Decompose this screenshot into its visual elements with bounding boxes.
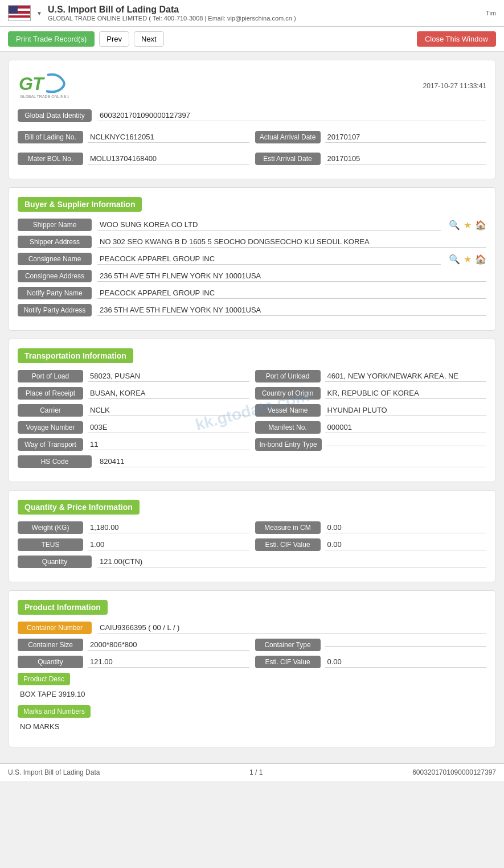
shipper-star-icon[interactable]: ★ <box>464 220 472 231</box>
product-desc-label: Product Desc <box>18 673 70 685</box>
global-data-id-label: Global Data Identity <box>18 109 92 122</box>
consignee-address-label: Consignee Address <box>18 270 92 282</box>
bol-item: Bill of Lading No. NCLKNYC1612051 <box>18 131 249 143</box>
gtc-logo-svg: G T GLOBAL TRADE ONLINE LIMITED <box>18 69 69 101</box>
port-load-value: 58023, PUSAN <box>88 371 249 382</box>
logo-box: G T GLOBAL TRADE ONLINE LIMITED <box>18 69 69 102</box>
receipt-item: Place of Receipt BUSAN, KOREA <box>18 387 249 400</box>
actual-arrival-label: Actual Arrival Date <box>255 131 321 143</box>
close-button[interactable]: Close This Window <box>417 31 496 47</box>
carrier-vessel-row: Carrier NCLK Vessel Name HYUNDAI PLUTO <box>18 404 486 417</box>
vessel-name-value: HYUNDAI PLUTO <box>325 405 487 416</box>
toolbar: Print Trade Record(s) Prev Next Close Th… <box>0 27 504 52</box>
product-qty-label: Quantity <box>18 656 83 668</box>
global-data-id-row: Global Data Identity 6003201701090000127… <box>18 109 486 122</box>
buyer-supplier-card: Buyer & Supplier Information Shipper Nam… <box>8 187 496 331</box>
carrier-value: NCLK <box>88 405 249 416</box>
hs-code-value: 820411 <box>97 456 486 467</box>
port-unload-item: Port of Unload 4601, NEW YORK/NEWARK ARE… <box>255 370 487 382</box>
actual-arrival-item: Actual Arrival Date 20170107 <box>255 131 487 143</box>
receipt-origin-row: Place of Receipt BUSAN, KOREA Country of… <box>18 387 486 400</box>
port-load-label: Port of Load <box>18 370 83 382</box>
inbond-value <box>326 443 486 446</box>
footer-left: U.S. Import Bill of Lading Data <box>8 768 100 776</box>
consignee-name-value: PEACOCK APPAREL GROUP INC <box>97 253 441 265</box>
consignee-search-icon[interactable]: 🔍 <box>449 254 460 265</box>
country-origin-label: Country of Origin <box>255 387 321 400</box>
shipper-search-icon[interactable]: 🔍 <box>449 220 460 231</box>
svg-text:GLOBAL TRADE ONLINE LIMITED: GLOBAL TRADE ONLINE LIMITED <box>20 94 69 98</box>
teus-value: 1.00 <box>88 539 249 550</box>
logo: G T GLOBAL TRADE ONLINE LIMITED <box>18 69 69 102</box>
marks-value: NO MARKS <box>18 721 486 732</box>
shipper-home-icon[interactable]: 🏠 <box>475 220 486 231</box>
bol-value: NCLKNYC1612051 <box>88 131 249 143</box>
manifest-value: 000001 <box>325 422 487 433</box>
place-receipt-value: BUSAN, KOREA <box>88 388 249 399</box>
esti-cif-item: Esti. CIF Value 0.00 <box>255 538 487 551</box>
timestamp: 2017-10-27 11:33:41 <box>423 82 486 90</box>
actual-arrival-value: 20170107 <box>325 131 487 143</box>
shipper-name-label: Shipper Name <box>18 219 92 231</box>
consignee-name-row: Consignee Name PEACOCK APPAREL GROUP INC… <box>18 253 486 265</box>
quantity-label: Quantity <box>18 556 92 568</box>
container-number-value: CAIU9366395 ( 00 / L / ) <box>97 622 486 633</box>
svg-text:T: T <box>32 73 45 94</box>
master-bol-value: MOLU13704168400 <box>88 153 249 164</box>
consignee-address-row: Consignee Address 236 5TH AVE 5TH FLNEW … <box>18 270 486 282</box>
shipper-address-label: Shipper Address <box>18 236 92 248</box>
svg-text:G: G <box>19 73 33 94</box>
container-type-label: Container Type <box>255 639 321 651</box>
global-data-id-value: 6003201701090000127397 <box>97 110 486 121</box>
logo-row: G T GLOBAL TRADE ONLINE LIMITED 2017-10-… <box>18 69 486 102</box>
carrier-label: Carrier <box>18 404 83 417</box>
way-inbond-row: Way of Transport 11 In-bond Entry Type <box>18 438 486 451</box>
container-size-value: 2000*806*800 <box>88 639 249 651</box>
buyer-supplier-title: Buyer & Supplier Information <box>18 197 142 212</box>
print-button[interactable]: Print Trade Record(s) <box>8 31 95 47</box>
origin-item: Country of Origin KR, REPUBLIC OF KOREA <box>255 387 487 400</box>
consignee-star-icon[interactable]: ★ <box>464 254 472 265</box>
way-transport-item: Way of Transport 11 <box>18 438 249 451</box>
consignee-name-label: Consignee Name <box>18 253 92 265</box>
notify-party-name-label: Notify Party Name <box>18 287 92 299</box>
time-display: Tim <box>486 10 496 17</box>
quantity-value: 121.00(CTN) <box>97 556 486 567</box>
dropdown-arrow[interactable]: ▼ <box>36 10 42 17</box>
prev-button[interactable]: Prev <box>99 31 129 47</box>
consignee-home-icon[interactable]: 🏠 <box>475 254 486 265</box>
notify-party-address-value: 236 5TH AVE 5TH FLNEW YORK NY 10001USA <box>97 305 486 316</box>
product-desc-value: BOX TAPE 3919.10 <box>18 689 486 700</box>
content-area: G T GLOBAL TRADE ONLINE LIMITED 2017-10-… <box>0 52 504 763</box>
next-button[interactable]: Next <box>134 31 164 47</box>
inbond-label: In-bond Entry Type <box>255 438 322 451</box>
way-transport-label: Way of Transport <box>18 438 83 451</box>
consignee-address-value: 236 5TH AVE 5TH FLNEW YORK NY 10001USA <box>97 270 486 282</box>
bol-label: Bill of Lading No. <box>18 131 83 143</box>
weight-label: Weight (KG) <box>18 521 83 534</box>
esti-arrival-label: Esti Arrival Date <box>255 153 321 165</box>
esti-cif-value: 0.00 <box>325 539 487 550</box>
esti-cif-label: Esti. CIF Value <box>255 538 321 551</box>
container-type-value <box>325 644 487 647</box>
port-row: Port of Load 58023, PUSAN Port of Unload… <box>18 370 486 382</box>
vessel-name-label: Vessel Name <box>255 404 321 417</box>
consignee-icons: 🔍 ★ 🏠 <box>449 254 486 265</box>
container-type-item: Container Type <box>255 639 487 651</box>
identity-card: G T GLOBAL TRADE ONLINE LIMITED 2017-10-… <box>8 60 496 179</box>
product-title: Product Information <box>18 600 108 615</box>
shipper-address-value: NO 302 SEO KWANG B D 1605 5 SEOCHO DONGS… <box>97 236 486 248</box>
product-desc-section: Product Desc BOX TAPE 3919.10 <box>18 673 486 700</box>
vessel-item: Vessel Name HYUNDAI PLUTO <box>255 404 487 417</box>
quantity-price-title: Quantity & Price Information <box>18 500 140 515</box>
flag-icon <box>8 5 31 21</box>
bol-arrival-row: Bill of Lading No. NCLKNYC1612051 Actual… <box>18 131 486 143</box>
master-bol-row: Mater BOL No. MOLU13704168400 Esti Arriv… <box>18 153 486 165</box>
manifest-label: Manifest No. <box>255 421 321 434</box>
notify-party-address-label: Notify Party Address <box>18 304 92 316</box>
esti-arrival-value: 20170105 <box>325 153 487 164</box>
inbond-item: In-bond Entry Type <box>255 438 487 451</box>
manifest-item: Manifest No. 000001 <box>255 421 487 434</box>
shipper-name-row: Shipper Name WOO SUNG KOREA CO LTD 🔍 ★ 🏠 <box>18 219 486 231</box>
container-size-item: Container Size 2000*806*800 <box>18 639 249 651</box>
